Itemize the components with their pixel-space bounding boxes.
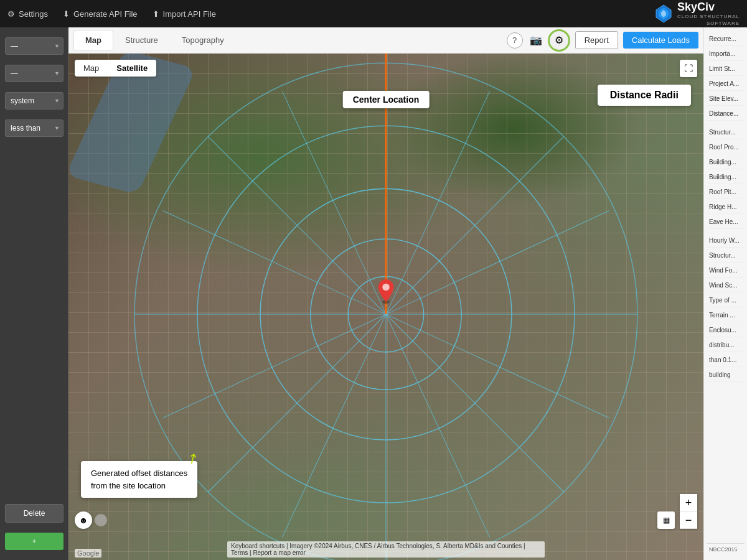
import-api-button[interactable]: ⬆ Import API File [153, 9, 216, 19]
map-container[interactable]: Map Satellite Center Location Distance R… [68, 54, 703, 560]
right-item-ridge-height[interactable]: Ridge H... [707, 200, 745, 214]
tab-bar: Map Structure Topography ? 📷 ⚙ Report Ca… [68, 27, 703, 54]
svg-point-26 [382, 284, 389, 291]
center-area: Map Structure Topography ? 📷 ⚙ Report Ca… [68, 27, 703, 560]
logo: SkyCiv CLOUD STRUCTURALSOFTWARE [654, 1, 740, 27]
map-type-map-button[interactable]: Map [75, 60, 108, 77]
report-button[interactable]: Report [575, 31, 618, 49]
right-item-hourly-wind[interactable]: Hourly W... [707, 234, 745, 248]
logo-icon [654, 4, 674, 24]
map-type-toggle: Map Satellite [75, 60, 156, 77]
street-circle [95, 514, 107, 526]
select3-system[interactable]: system [5, 92, 63, 110]
main-layout: — — system less than Delete + Map [0, 27, 747, 560]
select1[interactable]: — [5, 37, 63, 55]
delete-button[interactable]: Delete [5, 504, 63, 523]
select4-less-than[interactable]: less than [5, 119, 63, 137]
tab-topography[interactable]: Topography [170, 30, 236, 50]
distance-radii-label: Distance Radii [598, 85, 691, 106]
logo-name: SkyCiv [677, 1, 740, 14]
map-fullscreen-button[interactable]: ⛶ [680, 60, 697, 77]
right-item-distance[interactable]: Distance... [707, 107, 745, 121]
zoom-controls: + − [680, 494, 697, 529]
right-item-eave-height[interactable]: Eave He... [707, 215, 745, 229]
calculate-loads-button[interactable]: Calculate Loads [623, 32, 698, 49]
select2-wrapper: — [5, 65, 63, 82]
generate-api-button[interactable]: ⬇ Generate API File [63, 9, 138, 19]
select4-wrapper: less than [5, 119, 63, 137]
right-item-roof-profile[interactable]: Roof Pro... [707, 141, 745, 154]
google-label: Google [75, 549, 101, 558]
right-sidebar: Recurre... Importa... Limit St... Projec… [703, 27, 747, 560]
right-item-distribution[interactable]: distribu... [707, 338, 745, 352]
pin-icon [377, 279, 395, 304]
camera-button[interactable]: 📷 [527, 32, 545, 49]
fullscreen-icon: ⛶ [684, 63, 693, 73]
right-item-building-last[interactable]: building [707, 368, 745, 382]
right-item-structure[interactable]: Structur... [707, 126, 745, 139]
map-type-satellite-button[interactable]: Satellite [108, 60, 156, 77]
right-item-wind-force[interactable]: Wind Fo... [707, 264, 745, 278]
right-item-terrain[interactable]: Terrain ... [707, 309, 745, 322]
upload-icon: ⬆ [153, 9, 159, 19]
tab-map[interactable]: Map [73, 30, 113, 50]
map-background: Map Satellite Center Location Distance R… [68, 54, 703, 560]
layers-icon: ▦ [663, 516, 670, 525]
right-item-roof-pitch[interactable]: Roof Pit... [707, 185, 745, 199]
left-sidebar: — — system less than Delete + [0, 27, 68, 560]
right-footer: NBCC2015 [707, 543, 745, 555]
right-item-limit-state[interactable]: Limit St... [707, 62, 745, 76]
right-item-building1[interactable]: Building... [707, 156, 745, 169]
tab-structure[interactable]: Structure [113, 30, 170, 50]
right-item-type-of[interactable]: Type of ... [707, 294, 745, 307]
top-bar: ⚙ Settings ⬇ Generate API File ⬆ Import … [0, 0, 747, 27]
select3-wrapper: system [5, 92, 63, 110]
logo-subtitle: CLOUD STRUCTURALSOFTWARE [677, 14, 740, 27]
camera-icon: 📷 [530, 34, 542, 46]
map-street-controls: ☻ [75, 511, 107, 529]
gear-icon: ⚙ [555, 34, 563, 46]
settings-icon: ⚙ [7, 9, 15, 19]
download-icon: ⬇ [63, 9, 70, 19]
right-item-site-elevation[interactable]: Site Elev... [707, 92, 745, 106]
help-button[interactable]: ? [507, 32, 523, 49]
map-layers-button[interactable]: ▦ [657, 511, 675, 529]
right-item-structural[interactable]: Structur... [707, 249, 745, 263]
center-location-label: Center Location [343, 91, 430, 108]
map-attribution: Keyboard shortcuts | Imagery ©2024 Airbu… [227, 541, 545, 558]
select1-wrapper: — [5, 37, 63, 55]
right-item-wind-speed[interactable]: Wind Sc... [707, 279, 745, 292]
zoom-in-button[interactable]: + [680, 494, 697, 511]
right-item-enclosure[interactable]: Enclosu... [707, 324, 745, 337]
add-button[interactable]: + [5, 533, 63, 550]
right-item-than01[interactable]: than 0.1... [707, 353, 745, 367]
right-item-importance[interactable]: Importa... [707, 47, 745, 61]
select2[interactable]: — [5, 65, 63, 82]
street-view-button[interactable]: ☻ [75, 511, 92, 529]
right-item-recurrence[interactable]: Recurre... [707, 32, 745, 46]
sidebar-spacer [5, 147, 63, 494]
map-settings-button[interactable]: ⚙ [548, 29, 570, 52]
right-item-project-address[interactable]: Project A... [707, 77, 745, 91]
right-item-building2[interactable]: Building... [707, 170, 745, 184]
offset-label: Generated offset distances from the site… [81, 461, 197, 498]
zoom-out-button[interactable]: − [680, 511, 697, 529]
settings-button[interactable]: ⚙ Settings [7, 9, 48, 19]
map-pin [377, 279, 395, 307]
